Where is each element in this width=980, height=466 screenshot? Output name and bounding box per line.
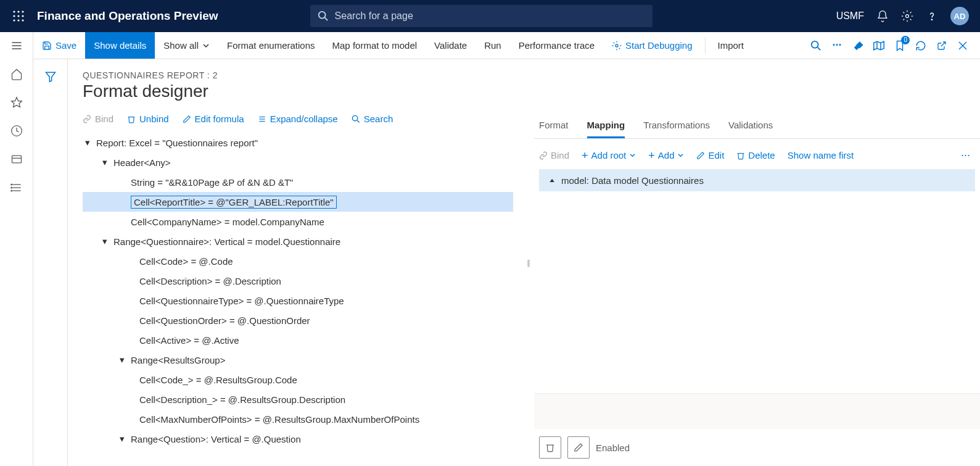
- svg-point-41: [352, 115, 357, 120]
- chevron-right-icon: ▸: [546, 178, 557, 182]
- star-icon[interactable]: [10, 96, 23, 109]
- tree-node-label: Cell<CompanyName> = model.CompanyName: [131, 217, 324, 227]
- caret-down-icon[interactable]: ▾: [117, 354, 127, 365]
- popout-icon[interactable]: [936, 40, 948, 52]
- gear-icon[interactable]: [901, 10, 913, 22]
- svg-marker-27: [11, 98, 22, 107]
- tree-row[interactable]: Cell<QuestionnaireType> = @.Questionnair…: [83, 291, 513, 310]
- svg-point-5: [22, 15, 23, 17]
- tree-row[interactable]: Cell<Description_> = @.ResultsGroup.Desc…: [83, 389, 513, 409]
- tree-node-label: Range<Questionnaire>: Vertical = model.Q…: [113, 236, 340, 247]
- tree-row[interactable]: ▾Range<ResultsGroup>: [83, 350, 513, 370]
- tree-row[interactable]: ▾Header<Any>: [83, 152, 513, 172]
- bell-icon[interactable]: [876, 10, 889, 22]
- save-button[interactable]: Save: [33, 32, 85, 59]
- perf-trace-button[interactable]: Performance trace: [510, 32, 603, 59]
- help-icon[interactable]: [926, 10, 938, 22]
- user-avatar[interactable]: AD: [950, 7, 969, 25]
- map-model-button[interactable]: Map format to model: [324, 32, 426, 59]
- caret-down-icon[interactable]: ▾: [100, 157, 110, 168]
- map-more-button[interactable]: ···: [961, 149, 970, 162]
- tree-node-label: Cell<ReportTitle> = @"GER_LABEL:ReportTi…: [131, 196, 337, 209]
- show-all-button[interactable]: Show all: [155, 32, 218, 59]
- tree-row[interactable]: ▾Range<Question>: Vertical = @.Question: [83, 429, 513, 449]
- map-icon[interactable]: [873, 40, 885, 52]
- add-root-button[interactable]: + Add root: [582, 150, 636, 160]
- expand-collapse-button[interactable]: Expand/collapse: [258, 114, 338, 124]
- global-search[interactable]: [310, 5, 653, 27]
- tree-row[interactable]: Cell<CompanyName> = model.CompanyName: [83, 212, 513, 231]
- tree-row[interactable]: Cell<Code_> = @.ResultsGroup.Code: [83, 370, 513, 389]
- pencil-icon: [696, 151, 705, 160]
- plus-icon: +: [648, 151, 655, 160]
- svg-point-8: [22, 19, 23, 21]
- delete-button[interactable]: Delete: [736, 150, 775, 160]
- caret-down-icon[interactable]: ▾: [117, 433, 127, 444]
- home-icon[interactable]: [10, 68, 23, 80]
- hamburger-icon[interactable]: [10, 40, 23, 52]
- footer-edit-button[interactable]: [567, 436, 590, 459]
- tab-validations[interactable]: Validations: [728, 116, 773, 138]
- bookmark-badge-icon[interactable]: 0: [894, 40, 906, 52]
- format-tree[interactable]: ▾Report: Excel = "Questionnaires report"…: [68, 130, 523, 461]
- show-details-button[interactable]: Show details: [85, 32, 155, 59]
- workspace-icon[interactable]: [10, 153, 23, 165]
- validate-button[interactable]: Validate: [426, 32, 476, 59]
- funnel-icon[interactable]: [44, 70, 57, 466]
- tree-row[interactable]: Cell<Active> = @.Active: [83, 330, 513, 350]
- svg-point-36: [10, 190, 12, 191]
- unbind-button[interactable]: Unbind: [127, 114, 169, 124]
- tree-row[interactable]: Cell<Code> = @.Code: [83, 251, 513, 271]
- filter-rail: [33, 59, 68, 466]
- show-name-first-button[interactable]: Show name first: [788, 150, 854, 160]
- tree-row[interactable]: String = "&R&10Page &P of &N &D &T": [83, 172, 513, 192]
- model-root-row[interactable]: ▸ model: Data model Questionnaires: [539, 169, 975, 191]
- svg-point-2: [22, 10, 23, 12]
- list-icon: [258, 115, 266, 123]
- footer-actions: Enabled: [534, 429, 980, 466]
- start-debug-button[interactable]: Start Debugging: [603, 32, 701, 59]
- svg-line-21: [941, 42, 945, 46]
- import-button[interactable]: Import: [709, 32, 753, 59]
- svg-point-9: [318, 12, 325, 19]
- tree-row[interactable]: Cell<QuestionOrder> = @.QuestionOrder: [83, 310, 513, 330]
- modules-icon[interactable]: [10, 181, 23, 194]
- search-input[interactable]: [310, 5, 653, 27]
- svg-line-42: [357, 120, 360, 123]
- svg-point-14: [812, 41, 818, 48]
- splitter-handle[interactable]: ∥: [523, 59, 534, 466]
- tab-format[interactable]: Format: [539, 116, 569, 138]
- caret-down-icon[interactable]: ▾: [100, 236, 110, 247]
- legal-entity[interactable]: USMF: [836, 10, 864, 22]
- tree-row[interactable]: Cell<Description> = @.Description: [83, 271, 513, 291]
- svg-point-34: [10, 184, 12, 185]
- more-ellipsis-icon[interactable]: ···: [831, 40, 843, 52]
- tree-row[interactable]: ▾Report: Excel = "Questionnaires report": [83, 133, 513, 152]
- format-enum-button[interactable]: Format enumerations: [218, 32, 324, 59]
- tab-mapping[interactable]: Mapping: [587, 116, 625, 138]
- add-button[interactable]: + Add: [648, 150, 684, 160]
- tree-search-button[interactable]: Search: [352, 114, 393, 124]
- diamond-icon[interactable]: [852, 40, 864, 52]
- svg-line-10: [324, 18, 327, 21]
- app-launcher-icon[interactable]: [6, 10, 31, 22]
- tree-node-label: Cell<MaxNumberOfPoints> = @.ResultsGroup…: [139, 414, 419, 425]
- search-icon[interactable]: [810, 40, 822, 52]
- tab-transformations[interactable]: Transformations: [643, 116, 710, 138]
- tree-node-label: Cell<Code> = @.Code: [139, 256, 233, 267]
- tree-row[interactable]: Cell<MaxNumberOfPoints> = @.ResultsGroup…: [83, 409, 513, 429]
- tree-node-label: Cell<QuestionOrder> = @.QuestionOrder: [139, 315, 310, 326]
- footer-delete-button[interactable]: [539, 436, 561, 459]
- close-icon[interactable]: [957, 40, 969, 52]
- caret-down-icon[interactable]: ▾: [83, 137, 93, 148]
- svg-point-35: [10, 187, 12, 188]
- refresh-icon[interactable]: [915, 40, 927, 52]
- edit-formula-button[interactable]: Edit formula: [183, 114, 244, 124]
- run-button[interactable]: Run: [476, 32, 510, 59]
- tree-row[interactable]: Cell<ReportTitle> = @"GER_LABEL:ReportTi…: [83, 192, 513, 212]
- tree-row[interactable]: ▾Range<Questionnaire>: Vertical = model.…: [83, 231, 513, 251]
- clock-icon[interactable]: [10, 125, 23, 137]
- edit-button[interactable]: Edit: [696, 150, 724, 160]
- enabled-label: Enabled: [596, 443, 630, 453]
- mapping-tabs: Format Mapping Transformations Validatio…: [534, 116, 980, 139]
